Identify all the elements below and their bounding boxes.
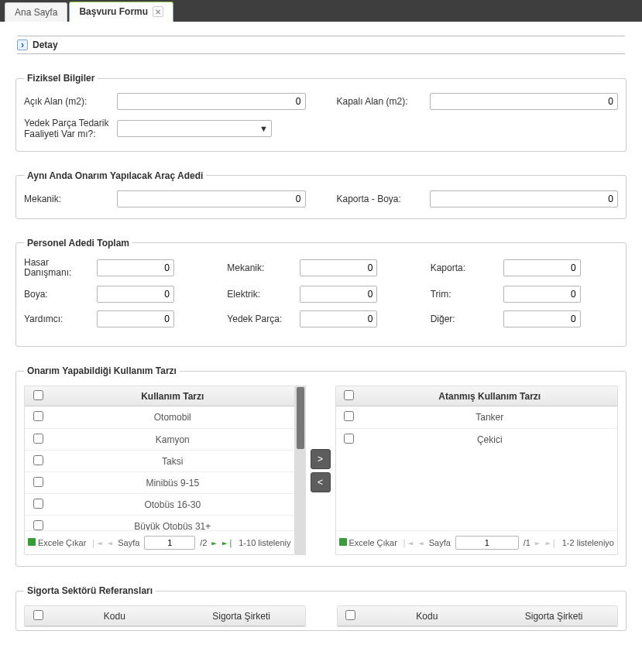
yedek-parca-select[interactable]: ▼: [117, 120, 272, 137]
list-item-checkbox[interactable]: [344, 434, 354, 444]
scrollbar[interactable]: [295, 386, 306, 555]
pager-page-label: Sayfa: [429, 538, 451, 547]
trim-input[interactable]: [503, 286, 581, 303]
chevron-down-icon: ▼: [259, 124, 268, 133]
list-item-label: Otobüs 16-30: [51, 499, 294, 510]
yardimci-input[interactable]: [97, 310, 174, 327]
acik-alan-input[interactable]: [117, 93, 306, 110]
p-kaporta-input[interactable]: [503, 259, 581, 276]
fiziksel-legend: Fiziksel Bilgiler: [24, 73, 98, 84]
personel-legend: Personel Adedi Toplam: [24, 238, 132, 249]
tab-form-label: Başvuru Formu: [79, 6, 148, 17]
kapali-alan-label: Kapalı Alan (m2):: [337, 96, 422, 107]
available-select-all-checkbox[interactable]: [33, 390, 43, 400]
hasar-input[interactable]: [97, 259, 174, 276]
excel-icon: [339, 538, 347, 546]
detay-label: Detay: [33, 39, 58, 50]
elektrik-label: Elektrik:: [227, 289, 294, 300]
tab-home-label: Ana Sayfa: [15, 7, 57, 18]
list-item[interactable]: Çekici: [336, 428, 618, 450]
kullanim-legend: Onarım Yapabildiği Kullanım Tarzı: [24, 365, 180, 376]
list-item-checkbox[interactable]: [33, 520, 43, 530]
pager-page-label: Sayfa: [118, 538, 139, 547]
yedek-parca-label: Yedek Parça Tedarik Faaliyeti Var mı?:: [24, 118, 109, 140]
sigorta-right-table: Kodu Sigorta Şirketi: [337, 605, 619, 627]
excel-export-right[interactable]: Excele Çıkar: [339, 538, 397, 547]
elektrik-input[interactable]: [300, 286, 377, 303]
expand-right-icon: ›: [17, 39, 28, 50]
detay-toggle[interactable]: › Detay: [17, 39, 58, 50]
sigorta-left-table: Kodu Sigorta Şirketi: [24, 605, 306, 627]
list-item[interactable]: Kamyon: [25, 428, 294, 450]
close-icon[interactable]: ✕: [153, 6, 163, 17]
yardimci-label: Yardımcı:: [24, 314, 91, 324]
excel-icon: [28, 538, 36, 546]
kullanim-tarzi-fieldset: Onarım Yapabildiği Kullanım Tarzı Kullan…: [15, 365, 627, 567]
assigned-title: Atanmış Kullanım Tarzı: [362, 391, 618, 402]
p-kaporta-label: Kaporta:: [431, 262, 497, 273]
pager-page-input-left[interactable]: [144, 536, 195, 550]
mekanik-input[interactable]: [117, 190, 306, 207]
kaporta-boya-input[interactable]: [430, 190, 619, 207]
available-pager: Excele Çıkar |◄ ◄ Sayfa /2 ► ►| 1-10 lis…: [25, 530, 294, 554]
boya-input[interactable]: [97, 286, 174, 303]
list-item[interactable]: Otomobil: [25, 406, 294, 428]
list-item-label: Büyük Otobüs 31+: [51, 521, 294, 531]
pager-prev-icon[interactable]: ◄: [418, 538, 424, 548]
list-item[interactable]: Otobüs 16-30: [25, 493, 294, 515]
list-item[interactable]: Taksi: [25, 450, 294, 471]
tab-form[interactable]: Başvuru Formu ✕: [69, 2, 173, 22]
kapali-alan-input[interactable]: [430, 93, 619, 110]
diger-input[interactable]: [503, 310, 581, 327]
sigorta-kodu-header: Kodu: [364, 611, 491, 622]
list-item-checkbox[interactable]: [33, 434, 43, 444]
trim-label: Trim:: [431, 289, 497, 300]
hasar-label: Hasar Danışmanı:: [24, 258, 91, 278]
yedek-label: Yedek Parça:: [227, 314, 294, 324]
pager-info-right: 1-2 listeleniyo: [562, 538, 614, 547]
sigorta-left-select-all[interactable]: [33, 610, 43, 620]
pager-page-input-right[interactable]: [455, 536, 519, 550]
p-mekanik-label: Mekanik:: [227, 262, 294, 273]
list-item-label: Otomobil: [51, 412, 294, 423]
pager-first-icon[interactable]: |◄: [91, 538, 102, 548]
list-item-checkbox[interactable]: [33, 411, 43, 421]
assigned-select-all-checkbox[interactable]: [344, 390, 354, 400]
pager-total-left: /2: [200, 538, 207, 547]
sigorta-kodu-header: Kodu: [51, 611, 178, 622]
pager-last-icon[interactable]: ►|: [222, 538, 234, 548]
pager-next-icon[interactable]: ►: [535, 538, 541, 548]
scrollbar-thumb[interactable]: [297, 387, 304, 449]
sigorta-sirket-header: Sigorta Şirketi: [490, 611, 617, 622]
available-list-panel: Kullanım Tarzı OtomobilKamyonTaksiMinibü…: [24, 386, 295, 555]
pager-first-icon[interactable]: |◄: [402, 538, 414, 548]
move-right-button[interactable]: >: [311, 449, 331, 469]
tab-home[interactable]: Ana Sayfa: [5, 2, 67, 22]
p-mekanik-input[interactable]: [300, 259, 377, 276]
pager-next-icon[interactable]: ►: [211, 538, 218, 548]
list-item[interactable]: Minibüs 9-15: [25, 471, 294, 493]
pager-prev-icon[interactable]: ◄: [108, 538, 114, 548]
list-item[interactable]: Tanker: [336, 406, 618, 428]
assigned-list-panel: Atanmış Kullanım Tarzı TankerÇekici Exce…: [335, 386, 619, 555]
yedek-input[interactable]: [300, 310, 377, 327]
list-item-checkbox[interactable]: [33, 455, 43, 465]
excel-export-left[interactable]: Excele Çıkar: [28, 538, 86, 547]
diger-label: Diğer:: [431, 314, 497, 324]
move-left-button[interactable]: <: [311, 472, 331, 492]
list-item-checkbox[interactable]: [344, 411, 354, 421]
detay-section: › Detay: [15, 36, 627, 54]
list-item-checkbox[interactable]: [33, 477, 43, 487]
list-item[interactable]: Büyük Otobüs 31+: [25, 515, 294, 530]
list-item-label: Tanker: [362, 412, 618, 423]
kaporta-boya-label: Kaporta - Boya:: [337, 194, 422, 204]
boya-label: Boya:: [24, 289, 91, 300]
acik-alan-label: Açık Alan (m2):: [24, 96, 109, 107]
sigorta-right-select-all[interactable]: [345, 610, 355, 620]
fiziksel-bilgiler-fieldset: Fiziksel Bilgiler Açık Alan (m2): Kapalı…: [15, 73, 627, 152]
available-title: Kullanım Tarzı: [51, 391, 294, 402]
pager-total-right: /1: [524, 538, 530, 547]
list-item-checkbox[interactable]: [33, 499, 43, 509]
pager-last-icon[interactable]: ►|: [545, 538, 557, 548]
list-item-label: Çekici: [362, 434, 618, 445]
